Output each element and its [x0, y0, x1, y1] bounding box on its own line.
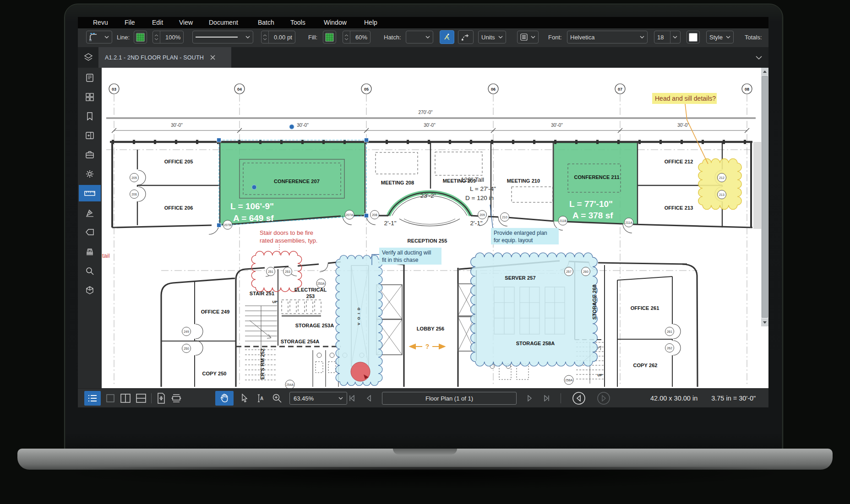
line-label: Line:	[117, 34, 130, 41]
dynamic-fill-button[interactable]	[440, 30, 454, 44]
note-stair-line1[interactable]: Stair doors to be fire	[260, 229, 313, 236]
tab-floor-plan[interactable]: A1.2.1 - 2ND FLOOR PLAN - SOUTH	[98, 47, 231, 68]
measure-door-clear[interactable]: 2'-1"	[384, 220, 397, 227]
previous-page-icon[interactable]	[366, 395, 371, 401]
zoom-level-dropdown[interactable]: 63.45%	[289, 392, 347, 405]
line-opacity-spinner[interactable]: 100%	[153, 31, 184, 43]
text-select-tool-icon[interactable]: A	[256, 394, 265, 403]
menu-window[interactable]: Window	[324, 19, 347, 26]
measure-tool-button[interactable]	[458, 30, 474, 44]
zoom-tool-icon[interactable]	[272, 393, 282, 403]
note-cut-text[interactable]: tail	[102, 252, 110, 259]
menu-revu[interactable]: Revu	[93, 19, 108, 26]
measure-conf211-area[interactable]: A = 378 sf	[572, 211, 613, 220]
style-dropdown[interactable]: Style	[706, 31, 734, 43]
markup-list-toggle[interactable]	[84, 391, 101, 406]
measure-wall-tall[interactable]: 120" Tall	[461, 176, 484, 183]
tool-preview-dropdown[interactable]	[86, 31, 112, 43]
two-column-view-icon[interactable]	[120, 393, 131, 403]
tab-close-icon[interactable]	[210, 54, 215, 62]
previous-view-button[interactable]	[572, 391, 586, 405]
markup-anchor-dot[interactable]	[289, 125, 294, 129]
note-equipment[interactable]: Provide enlarged plan for equip. layout	[490, 205, 559, 244]
font-dropdown[interactable]: Helvetica	[567, 31, 648, 43]
next-page-icon[interactable]	[528, 395, 532, 401]
single-page-view-icon[interactable]	[105, 393, 115, 403]
hatch-dropdown[interactable]	[406, 31, 433, 43]
room-label-rm-252: ER'S RM 252	[260, 348, 265, 379]
sidebar-file-properties-icon[interactable]	[82, 70, 98, 86]
markup-query-arrow[interactable]: ?	[410, 343, 445, 350]
detail-level-dropdown[interactable]	[517, 31, 539, 43]
sidebar-settings-gear-icon[interactable]	[82, 166, 98, 182]
text-color-swatch[interactable]	[687, 31, 700, 43]
pdf-canvas[interactable]: 03 04 05 06 07 08 270'-0"	[102, 68, 761, 388]
note-equip-line1[interactable]: Provide enlarged plan	[494, 230, 547, 236]
room-label-storage-258a: STORAGE 258A	[516, 341, 555, 346]
cloud-markup-stair-doors[interactable]	[251, 251, 302, 292]
line-width-spinner[interactable]: 0.00 pt	[261, 31, 295, 43]
cloud-markup-head-sill[interactable]	[698, 159, 741, 210]
measure-wall-length[interactable]: L = 27'-4"	[470, 185, 496, 192]
scrollbar-thumb[interactable]	[762, 76, 768, 318]
measure-arc-length[interactable]: 23'-2"	[420, 192, 436, 199]
menu-batch[interactable]: Batch	[258, 19, 274, 26]
page-navigation-field[interactable]: Floor Plan (1 of 1)	[382, 392, 517, 405]
sidebar-thumbnails-icon[interactable]	[82, 89, 98, 105]
fit-width-icon[interactable]	[171, 393, 182, 404]
fit-page-icon[interactable]	[156, 393, 166, 404]
sidebar-split-view-icon[interactable]	[82, 127, 98, 144]
menu-file[interactable]: File	[125, 19, 135, 26]
menu-document[interactable]: Document	[209, 19, 238, 26]
markup-anchor-dot[interactable]	[252, 185, 256, 190]
note-head-sill-text[interactable]: Head and sill details?	[655, 95, 716, 102]
sidebar-toolbox-icon[interactable]	[82, 146, 98, 163]
sidebar-bookmarks-icon[interactable]	[82, 108, 98, 125]
fill-color-swatch[interactable]	[323, 31, 336, 43]
menu-edit[interactable]: Edit	[152, 19, 163, 26]
two-row-view-icon[interactable]	[136, 393, 147, 403]
menu-help[interactable]: Help	[364, 19, 377, 26]
cloud-markup-server[interactable]	[471, 253, 598, 366]
note-duct-line2[interactable]: fit in this chase	[382, 257, 419, 263]
measure-conf211-length[interactable]: L = 77'-10"	[569, 199, 613, 209]
laptop-base-notch	[393, 449, 457, 455]
measure-conf207-area[interactable]: A = 649 sf	[233, 213, 274, 223]
sidebar-model-3d-icon[interactable]	[82, 282, 98, 298]
sidebar-signature-pen-icon[interactable]	[82, 205, 98, 221]
units-dropdown[interactable]: Units	[478, 31, 506, 43]
menu-tools[interactable]: Tools	[290, 19, 305, 26]
layers-panel-icon[interactable]	[83, 52, 93, 64]
scroll-up-button[interactable]	[761, 68, 768, 76]
menu-view[interactable]: View	[179, 19, 193, 26]
sidebar-shape-icon[interactable]	[82, 224, 98, 240]
tab-list-chevron-icon[interactable]	[756, 54, 762, 62]
note-ducting[interactable]: Verify all ducting will fit in this chas…	[372, 248, 441, 265]
fill-opacity-spinner[interactable]: 60%	[343, 31, 371, 43]
line-style-dropdown[interactable]	[192, 31, 253, 43]
note-duct-line1[interactable]: Verify all ducting will	[382, 249, 431, 256]
note-stair-line2[interactable]: rated assemblies, typ.	[260, 237, 317, 244]
measure-wall-depth[interactable]: D = 120 in	[465, 195, 494, 201]
note-equip-line2[interactable]: for equip. layout	[494, 237, 533, 244]
scroll-down-button[interactable]	[761, 319, 768, 326]
query-arrow-label[interactable]: ?	[425, 343, 430, 350]
last-page-icon[interactable]	[543, 395, 550, 401]
canvas-scrollbar[interactable]	[761, 68, 768, 388]
sidebar-search-icon[interactable]	[82, 263, 98, 279]
measure-conf207-length[interactable]: L = 106'-9"	[230, 201, 274, 211]
door-tag: 260	[583, 270, 588, 273]
door-tag: 261	[667, 330, 672, 333]
markup-red-circle[interactable]	[351, 362, 370, 381]
measure-door-clear[interactable]: 2'-1"	[470, 220, 483, 227]
next-view-button[interactable]	[597, 391, 610, 405]
sidebar-stacks-icon[interactable]	[82, 244, 98, 260]
first-page-icon[interactable]	[349, 395, 355, 401]
font-size-dropdown[interactable]: 18	[654, 31, 681, 43]
workspace: 03 04 05 06 07 08 270'-0"	[78, 68, 768, 388]
line-color-swatch[interactable]	[134, 31, 147, 43]
note-head-sill[interactable]: Head and sill details?	[652, 93, 717, 164]
sidebar-measure-ruler-icon[interactable]	[79, 185, 101, 201]
pan-tool-button[interactable]	[215, 391, 234, 406]
select-tool-icon[interactable]	[241, 394, 248, 403]
